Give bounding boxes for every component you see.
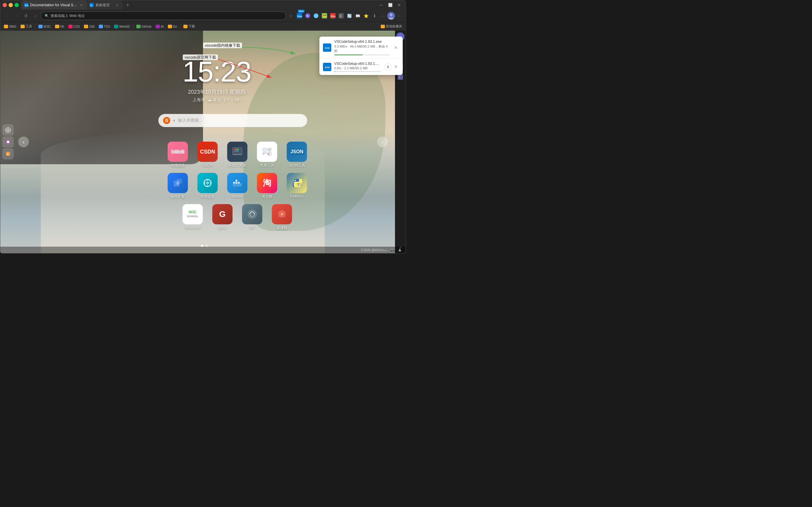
bookmark-github[interactable]: GitHub — [134, 23, 153, 30]
bookmark-tools[interactable]: 工具 — [19, 23, 34, 30]
new-tab-button[interactable]: + — [123, 1, 132, 9]
float-btn-2[interactable] — [3, 136, 13, 147]
more-button[interactable]: ⋯ — [395, 12, 403, 20]
app-csdn[interactable]: CSDN CSDN — [196, 142, 219, 168]
app-python[interactable]: Python3 — [285, 173, 309, 200]
tab-close-1[interactable]: ✕ — [79, 3, 84, 7]
tab-close-2[interactable]: ✕ — [115, 3, 119, 7]
clock-date: 2023年10月19日 星期四 — [182, 89, 251, 96]
float-btn-1[interactable] — [3, 125, 13, 135]
bookmark-en[interactable]: En — [166, 23, 178, 30]
app-taobao-icon: 淘 — [257, 173, 277, 193]
new-feature-button[interactable]: New — [295, 12, 303, 20]
clock-weather: 上海市 ☁ 多云 17° ~ 28° — [182, 97, 251, 103]
bing-button[interactable]: Bing — [329, 12, 337, 20]
bookmark-other[interactable]: 其他收藏夹 — [379, 23, 404, 30]
bookmark-download[interactable]: 下载 — [181, 23, 197, 30]
search-bar[interactable]: 百 ▼ 输入并搜索... — [158, 114, 307, 127]
tab-favicon-2: E — [90, 3, 94, 7]
app-json-label: JSON工具 — [288, 163, 305, 168]
home-button[interactable]: ⌂ — [31, 12, 40, 20]
refresh-button[interactable]: 🔄 — [345, 12, 353, 20]
bookmark-w3c[interactable]: W3C — [37, 23, 52, 30]
tab-1[interactable]: VS Documentation for Visual Studio ✕ — [21, 1, 87, 9]
wallet-button[interactable]: 💳 — [321, 12, 328, 20]
favorites-button[interactable]: ☆ — [287, 12, 295, 20]
app-gif-label: GIF — [249, 226, 255, 230]
app-gitee[interactable]: G gitee — [210, 204, 234, 231]
bookmark-label: AI — [161, 25, 164, 28]
bookmark-folder-icon — [68, 25, 73, 28]
download-manager-button[interactable]: ⬇ — [371, 12, 378, 20]
svg-point-43 — [206, 181, 209, 184]
download-close-2[interactable]: ✕ — [393, 63, 399, 70]
apps-row-1: bilibili 哔哩哔哩 CSDN CSDN 开发工具箱 — [166, 142, 309, 168]
download-progress-bar-1 — [334, 54, 390, 55]
bookmark-label: TS3 — [104, 25, 110, 28]
settings-button[interactable]: ⋯ — [379, 12, 387, 20]
svg-rect-32 — [263, 148, 266, 151]
app-mooc[interactable]: 慕课网 — [270, 204, 294, 231]
carousel-next-button[interactable]: › — [377, 136, 388, 147]
close-window-button[interactable]: ✕ — [3, 3, 7, 7]
app-bilibili[interactable]: bilibili 哔哩哔哩 — [166, 142, 190, 168]
app-devtools-label: 开发工具箱 — [228, 163, 246, 168]
app-devtools-icon — [227, 142, 247, 162]
svg-text:VS: VS — [25, 4, 28, 7]
immersive-reader-button[interactable]: 📖 — [354, 12, 362, 20]
app-csdn-icon: CSDN — [197, 142, 218, 162]
bookmark-ai[interactable]: AI — [154, 23, 165, 30]
bookmark-label: 其他收藏夹 — [386, 24, 402, 29]
search-input[interactable]: 输入并搜索... — [178, 118, 303, 123]
minimize-btn[interactable]: ─ — [377, 1, 385, 9]
apps-row-2: 插件扩展 布局设置 docker 淘 — [166, 173, 309, 200]
app-mooc-icon — [272, 204, 292, 224]
address-input[interactable]: 🔍 搜索或输入 Web 地址 — [41, 12, 286, 20]
forward-button[interactable]: → — [12, 12, 20, 20]
bookmark-js6[interactable]: JS6 — [82, 23, 97, 30]
app-w3school[interactable]: W3CSCHOOL W3school — [181, 204, 205, 231]
minimize-window-button[interactable]: − — [9, 3, 13, 7]
app-devtools[interactable]: 开发工具箱 — [225, 142, 249, 168]
app-taobao[interactable]: 淘 淘宝网 — [255, 173, 279, 200]
status-game-button[interactable]: ♟ — [396, 246, 403, 253]
bookmark-label: JS6 — [89, 25, 95, 28]
add-favorites-button[interactable]: ⭐ — [362, 12, 370, 20]
apps-grid: bilibili 哔哩哔哩 CSDN CSDN 开发工具箱 — [166, 142, 309, 235]
float-btn-3[interactable]: ★ — [3, 149, 13, 159]
dev-tools-button[interactable]: {} — [337, 12, 345, 20]
bookmark-ts3[interactable]: TS3 — [97, 23, 112, 30]
bookmark-web3d[interactable]: Web3D — [112, 23, 131, 30]
search-dropdown-arrow[interactable]: ▼ — [173, 119, 176, 122]
svg-text:Bing: Bing — [331, 15, 335, 17]
maximize-window-button[interactable]: ⤢ — [14, 3, 19, 7]
app-csdn-label: CSDN — [202, 163, 213, 167]
svg-text:✦: ✦ — [306, 14, 308, 17]
reload-button[interactable]: ↺ — [22, 12, 30, 20]
restore-btn[interactable]: ⬜ — [386, 1, 394, 9]
app-json[interactable]: JSON JSON工具 — [285, 142, 309, 168]
app-tools[interactable]: B📅 常用工具 — [255, 142, 279, 168]
bookmark-cs3[interactable]: CS3 — [67, 23, 82, 30]
carousel-prev-button[interactable]: ‹ — [18, 136, 29, 147]
back-button[interactable]: ← — [3, 12, 11, 20]
user-avatar[interactable] — [387, 12, 395, 20]
app-gif[interactable]: GIF — [240, 204, 264, 231]
copilot-button[interactable]: ✦ — [304, 12, 312, 20]
app-docker[interactable]: docker — [225, 173, 249, 200]
address-text: 搜索或输入 Web 地址 — [51, 13, 282, 18]
app-mooc-label: 慕课网 — [276, 226, 287, 231]
bookmark-h5[interactable]: H5 — [53, 23, 66, 30]
download-close-1[interactable]: ✕ — [393, 44, 399, 51]
svg-rect-51 — [238, 182, 239, 183]
status-screenshot-button[interactable]: 📷 — [389, 246, 396, 253]
tab-2[interactable]: E 新标签页 ✕ — [87, 1, 122, 9]
download-pause-button[interactable]: ⏸ — [384, 63, 391, 70]
bookmark-smg[interactable]: SMG — [2, 23, 18, 30]
browser-essentials-button[interactable]: ⊙ — [312, 12, 320, 20]
bookmark-folder-icon — [114, 25, 118, 28]
bookmark-label: En — [173, 25, 177, 28]
close-btn[interactable]: ✕ — [395, 1, 403, 9]
app-extensions[interactable]: 插件扩展 — [166, 173, 190, 200]
app-layout[interactable]: 布局设置 — [196, 173, 219, 200]
